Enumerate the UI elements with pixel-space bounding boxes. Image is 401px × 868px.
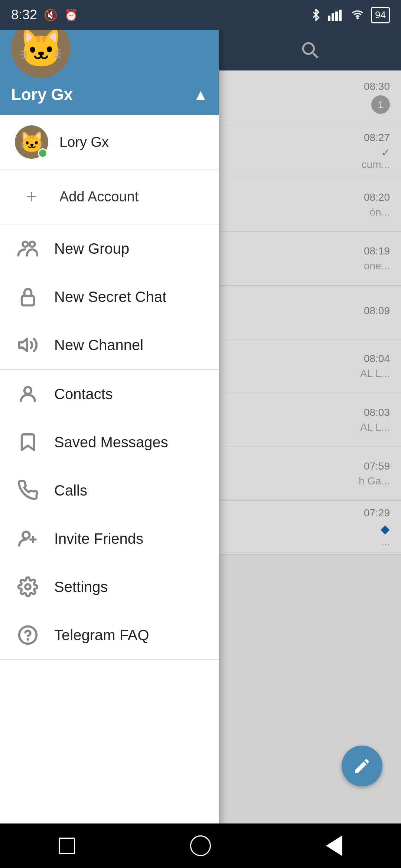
new-group-label: New Group [54, 240, 129, 257]
drawer-user-name: Lory Gx [11, 85, 73, 104]
navigation-bar [0, 823, 401, 868]
drawer-name-row: Lory Gx ▲ [11, 85, 208, 104]
svg-point-11 [25, 387, 32, 394]
back-icon [326, 835, 342, 856]
online-indicator [38, 148, 48, 158]
new-secret-chat-icon [15, 284, 41, 310]
nav-back-button[interactable] [319, 831, 349, 861]
svg-marker-10 [19, 339, 27, 351]
plus-icon: + [26, 185, 37, 208]
home-icon [190, 835, 211, 856]
svg-point-7 [23, 241, 28, 247]
new-group-icon [15, 236, 41, 262]
saved-messages-icon [15, 429, 41, 455]
telegram-faq-label: Telegram FAQ [54, 627, 149, 644]
navigation-drawer: 🐱 Lory Gx ▲ 🐱 Lory Gx + Add Account [0, 0, 219, 838]
overlay-dim [219, 70, 401, 868]
invite-friends-icon [15, 526, 41, 552]
svg-rect-2 [335, 11, 338, 21]
svg-point-15 [25, 584, 30, 589]
settings-icon [15, 574, 41, 600]
menu-section-1: New Group New Secret Chat New Channel [0, 224, 219, 370]
saved-messages-label: Saved Messages [54, 434, 168, 451]
compose-fab-button[interactable] [342, 746, 382, 786]
new-group-menu-item[interactable]: New Group [0, 224, 219, 273]
svg-point-12 [23, 532, 30, 539]
settings-label: Settings [54, 579, 108, 595]
add-account-icon: + [15, 180, 48, 213]
svg-rect-1 [332, 13, 334, 21]
invite-friends-label: Invite Friends [54, 530, 143, 547]
contacts-label: Contacts [54, 386, 113, 402]
battery-level: 94 [375, 9, 386, 20]
new-secret-chat-label: New Secret Chat [54, 289, 166, 305]
recent-icon [59, 838, 75, 854]
status-time: 8:32 [11, 7, 37, 23]
svg-line-6 [313, 53, 318, 58]
add-account-row[interactable]: + Add Account [0, 170, 219, 224]
svg-point-5 [303, 43, 314, 54]
account-avatar: 🐱 [15, 125, 48, 159]
svg-point-8 [30, 241, 35, 247]
new-channel-menu-item[interactable]: New Channel [0, 321, 219, 369]
calls-icon [15, 477, 41, 503]
add-account-label: Add Account [59, 189, 138, 205]
svg-rect-0 [328, 16, 330, 21]
saved-messages-menu-item[interactable]: Saved Messages [0, 418, 219, 466]
battery-indicator: 94 [371, 7, 390, 23]
invite-friends-menu-item[interactable]: Invite Friends [0, 514, 219, 563]
contacts-icon [15, 381, 41, 407]
bluetooth-icon [310, 9, 322, 21]
signal-icon [328, 9, 344, 21]
account-name-label: Lory Gx [59, 134, 109, 150]
svg-rect-9 [22, 296, 34, 306]
avatar-image: 🐱 [18, 30, 64, 67]
settings-menu-item[interactable]: Settings [0, 563, 219, 611]
telegram-faq-icon [15, 622, 41, 648]
chat-search-bar [219, 30, 401, 70]
wifi-icon [350, 9, 365, 21]
pencil-icon [353, 757, 371, 775]
mute-icon: 🔇 [44, 9, 58, 22]
account-row[interactable]: 🐱 Lory Gx [0, 115, 219, 170]
svg-point-4 [357, 18, 358, 19]
status-right: 94 [310, 7, 390, 23]
status-left: 8:32 🔇 ⏰ [11, 7, 78, 23]
telegram-faq-menu-item[interactable]: Telegram FAQ [0, 611, 219, 659]
contacts-menu-item[interactable]: Contacts [0, 370, 219, 418]
new-secret-chat-menu-item[interactable]: New Secret Chat [0, 273, 219, 321]
calls-menu-item[interactable]: Calls [0, 466, 219, 514]
calls-label: Calls [54, 482, 87, 499]
search-icon [301, 41, 319, 59]
alarm-icon: ⏰ [64, 9, 78, 22]
svg-rect-3 [339, 10, 342, 21]
nav-home-button[interactable] [186, 831, 215, 861]
new-channel-label: New Channel [54, 337, 143, 354]
chevron-up-icon[interactable]: ▲ [193, 86, 208, 103]
nav-recent-button[interactable] [52, 831, 82, 861]
menu-section-2: Contacts Saved Messages Calls [0, 370, 219, 660]
new-channel-icon [15, 332, 41, 358]
status-bar: 8:32 🔇 ⏰ 94 [0, 0, 401, 30]
